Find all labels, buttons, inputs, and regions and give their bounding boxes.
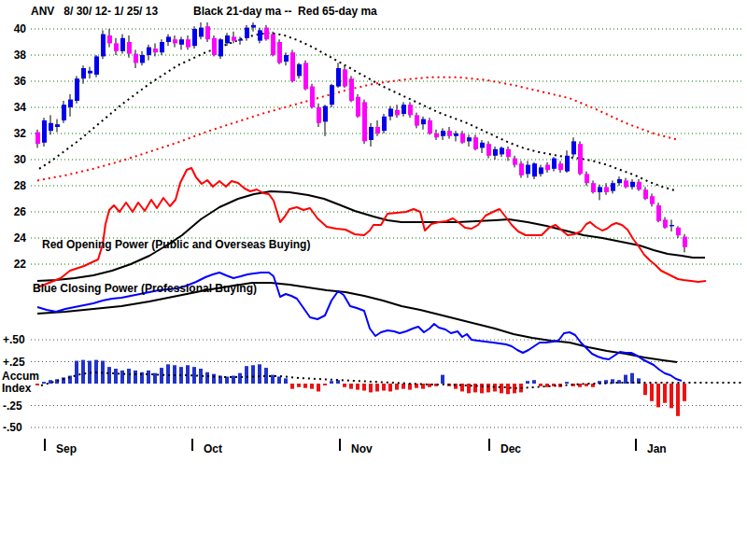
accum-bar-positive bbox=[134, 371, 137, 384]
accum-bar-positive bbox=[75, 361, 78, 384]
candle-up bbox=[238, 39, 243, 40]
price-axis-label: 38 bbox=[2, 49, 26, 62]
candle-down bbox=[578, 144, 583, 174]
candle-up bbox=[284, 55, 289, 62]
candle-up bbox=[611, 183, 615, 190]
accum-bar-negative bbox=[375, 384, 379, 391]
accum-bar-positive bbox=[258, 364, 261, 384]
candlesticks bbox=[35, 22, 687, 252]
candle-down bbox=[434, 133, 439, 137]
candle-up bbox=[140, 55, 145, 63]
accum-bar-negative bbox=[506, 384, 510, 394]
accum-index-label-line2: Index bbox=[2, 382, 31, 395]
price-axis-label: 22 bbox=[2, 258, 26, 271]
month-tick bbox=[635, 439, 637, 451]
candle-up bbox=[94, 56, 99, 75]
candle-up bbox=[441, 131, 445, 136]
candle-down bbox=[153, 49, 158, 52]
accum-index-label-line1: Accum bbox=[2, 370, 39, 383]
price-axis-label: 32 bbox=[2, 127, 26, 140]
candle-down bbox=[604, 187, 609, 192]
candle-up bbox=[552, 159, 557, 169]
accum-bar-negative bbox=[362, 384, 366, 391]
candle-up bbox=[330, 85, 334, 105]
candle-up bbox=[369, 127, 374, 140]
candle-down bbox=[637, 182, 641, 189]
accum-bar-negative bbox=[310, 384, 314, 389]
candle-up bbox=[323, 106, 328, 122]
month-tick bbox=[488, 439, 490, 451]
candle-down bbox=[415, 115, 419, 125]
price-axis-label: 24 bbox=[2, 231, 26, 245]
candle-up bbox=[245, 28, 249, 38]
candle-up bbox=[258, 30, 262, 40]
candle-up bbox=[166, 36, 171, 42]
accum-axis-label: -.50 bbox=[3, 421, 22, 434]
gridlines bbox=[31, 29, 743, 427]
accum-bar-negative bbox=[467, 384, 471, 393]
chart-canvas: ANV 8/ 30/ 12- 1/ 25/ 13 Black 21-day ma… bbox=[0, 0, 747, 560]
accum-bar-negative bbox=[663, 384, 667, 403]
price-axis-label: 26 bbox=[2, 205, 26, 218]
candle-up bbox=[565, 156, 570, 172]
accum-bar-positive bbox=[81, 360, 85, 384]
accum-bar-negative bbox=[545, 384, 549, 387]
candle-down bbox=[277, 42, 282, 63]
accum-bar-negative bbox=[473, 384, 477, 392]
accum-bar-negative bbox=[486, 384, 490, 392]
ma-legend: Black 21-day ma -- Red 65-day ma bbox=[193, 5, 377, 18]
month-axis-ticks bbox=[44, 439, 637, 451]
candle-down bbox=[317, 107, 321, 123]
candle-up bbox=[62, 105, 66, 120]
candle-down bbox=[232, 36, 236, 40]
candle-down bbox=[205, 26, 210, 39]
accum-bar-negative bbox=[349, 384, 353, 389]
candle-up bbox=[617, 179, 622, 183]
candle-up bbox=[120, 38, 125, 51]
accum-bar-negative bbox=[290, 384, 294, 389]
price-axis-label: 34 bbox=[2, 101, 26, 114]
candle-up bbox=[480, 143, 485, 148]
accum-bar-positive bbox=[251, 365, 255, 384]
candle-up bbox=[225, 35, 230, 43]
candle-down bbox=[676, 228, 681, 235]
candle-up bbox=[382, 117, 387, 131]
candle-down bbox=[585, 174, 589, 183]
candle-up bbox=[598, 187, 602, 192]
accum-bar-negative bbox=[402, 384, 405, 389]
candle-down bbox=[395, 110, 400, 116]
candle-down bbox=[656, 205, 661, 221]
accum-bar-positive bbox=[532, 380, 536, 384]
month-label: Sep bbox=[56, 442, 77, 455]
accum-axis-label: -.25 bbox=[3, 399, 22, 413]
candle-down bbox=[186, 39, 190, 47]
candle-up bbox=[388, 108, 393, 116]
candle-down bbox=[624, 180, 628, 187]
price-axis-label: 40 bbox=[2, 22, 26, 35]
accum-bar-negative bbox=[656, 384, 660, 407]
candle-up bbox=[68, 100, 73, 107]
accum-bar-negative bbox=[643, 384, 647, 395]
candle-up bbox=[539, 167, 543, 174]
accum-bar-negative bbox=[317, 384, 320, 391]
candle-down bbox=[683, 237, 687, 247]
candle-down bbox=[290, 52, 295, 81]
candle-down bbox=[107, 35, 112, 43]
candle-up bbox=[81, 68, 86, 78]
accum-bar-positive bbox=[166, 364, 170, 384]
candle-up bbox=[336, 68, 341, 87]
accum-bar-positive bbox=[277, 376, 281, 384]
accum-axis-label: +.50 bbox=[3, 333, 25, 346]
candle-up bbox=[199, 28, 204, 37]
candle-up bbox=[493, 149, 498, 156]
candle-up bbox=[630, 182, 635, 188]
accum-bar-positive bbox=[192, 367, 196, 384]
candle-up bbox=[42, 120, 47, 143]
candle-down bbox=[362, 102, 367, 141]
candle-down bbox=[650, 196, 655, 203]
month-label: Oct bbox=[204, 442, 222, 455]
accum-bar-positive bbox=[245, 366, 248, 384]
candle-down bbox=[35, 133, 40, 145]
price-axis-label: 28 bbox=[2, 179, 26, 192]
candle-down bbox=[349, 78, 354, 101]
